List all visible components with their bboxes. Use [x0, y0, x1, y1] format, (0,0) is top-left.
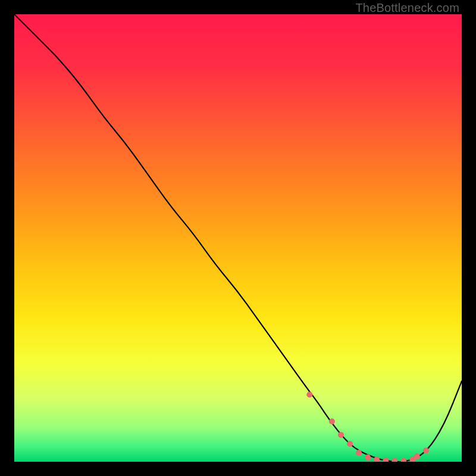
plot-area — [14, 14, 462, 462]
highlight-dot — [423, 447, 429, 453]
highlight-dot — [338, 432, 344, 438]
highlight-dot — [414, 453, 420, 459]
highlight-dot — [392, 458, 397, 462]
highlight-dot — [365, 454, 371, 460]
highlight-dot — [400, 458, 406, 462]
highlight-dot — [356, 450, 362, 456]
highlight-dot — [383, 458, 389, 462]
curve-layer — [14, 14, 462, 462]
watermark-text: TheBottleneck.com — [355, 1, 459, 15]
highlight-dots — [306, 392, 429, 462]
highlight-dot — [329, 418, 335, 424]
bottleneck-curve — [14, 14, 462, 462]
highlight-dot — [306, 392, 312, 397]
highlight-dot — [347, 441, 353, 447]
